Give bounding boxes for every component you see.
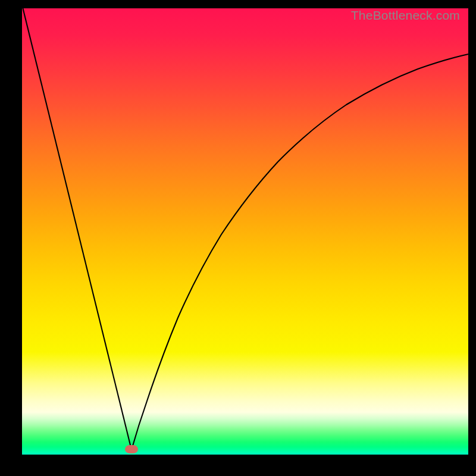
- curve-right-segment: [131, 54, 468, 450]
- chart-frame: TheBottleneck.com: [0, 0, 476, 476]
- curve-plot: [22, 8, 468, 455]
- plot-area: TheBottleneck.com: [22, 8, 468, 455]
- curve-left-segment: [22, 5, 131, 450]
- minimum-marker: [125, 445, 138, 453]
